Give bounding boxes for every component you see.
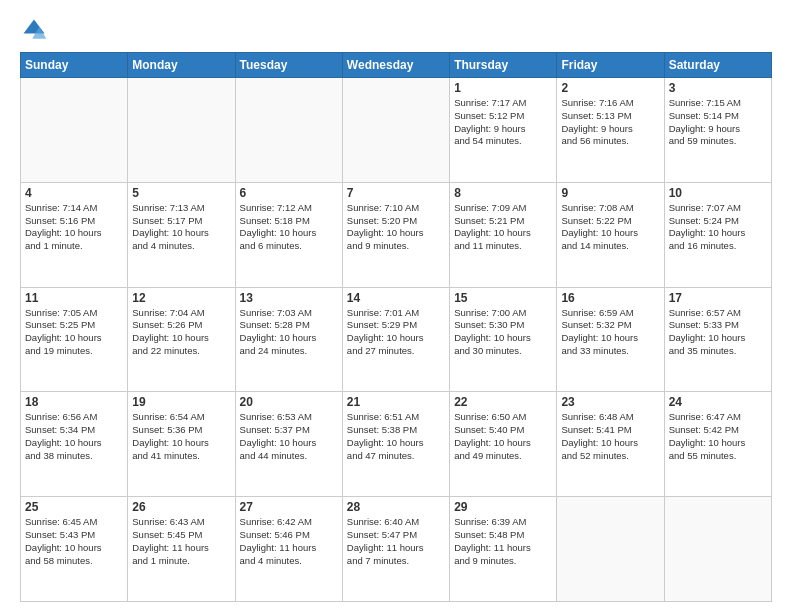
header: [20, 16, 772, 44]
weekday-header-monday: Monday: [128, 53, 235, 78]
calendar-cell: 11Sunrise: 7:05 AM Sunset: 5:25 PM Dayli…: [21, 287, 128, 392]
day-number: 4: [25, 186, 123, 200]
calendar-cell: 24Sunrise: 6:47 AM Sunset: 5:42 PM Dayli…: [664, 392, 771, 497]
weekday-header-row: SundayMondayTuesdayWednesdayThursdayFrid…: [21, 53, 772, 78]
weekday-header-friday: Friday: [557, 53, 664, 78]
calendar-cell: 17Sunrise: 6:57 AM Sunset: 5:33 PM Dayli…: [664, 287, 771, 392]
page: SundayMondayTuesdayWednesdayThursdayFrid…: [0, 0, 792, 612]
calendar-cell: [235, 78, 342, 183]
day-number: 29: [454, 500, 552, 514]
day-info: Sunrise: 6:40 AM Sunset: 5:47 PM Dayligh…: [347, 516, 445, 567]
calendar-cell: 9Sunrise: 7:08 AM Sunset: 5:22 PM Daylig…: [557, 182, 664, 287]
calendar-cell: 16Sunrise: 6:59 AM Sunset: 5:32 PM Dayli…: [557, 287, 664, 392]
calendar-cell: 3Sunrise: 7:15 AM Sunset: 5:14 PM Daylig…: [664, 78, 771, 183]
weekday-header-wednesday: Wednesday: [342, 53, 449, 78]
day-number: 17: [669, 291, 767, 305]
calendar-cell: 12Sunrise: 7:04 AM Sunset: 5:26 PM Dayli…: [128, 287, 235, 392]
day-number: 6: [240, 186, 338, 200]
day-info: Sunrise: 6:54 AM Sunset: 5:36 PM Dayligh…: [132, 411, 230, 462]
day-info: Sunrise: 6:39 AM Sunset: 5:48 PM Dayligh…: [454, 516, 552, 567]
day-info: Sunrise: 6:50 AM Sunset: 5:40 PM Dayligh…: [454, 411, 552, 462]
day-info: Sunrise: 7:14 AM Sunset: 5:16 PM Dayligh…: [25, 202, 123, 253]
day-number: 12: [132, 291, 230, 305]
calendar-cell: 20Sunrise: 6:53 AM Sunset: 5:37 PM Dayli…: [235, 392, 342, 497]
calendar-table: SundayMondayTuesdayWednesdayThursdayFrid…: [20, 52, 772, 602]
day-info: Sunrise: 6:56 AM Sunset: 5:34 PM Dayligh…: [25, 411, 123, 462]
day-number: 21: [347, 395, 445, 409]
day-info: Sunrise: 7:07 AM Sunset: 5:24 PM Dayligh…: [669, 202, 767, 253]
day-info: Sunrise: 7:04 AM Sunset: 5:26 PM Dayligh…: [132, 307, 230, 358]
day-number: 7: [347, 186, 445, 200]
day-info: Sunrise: 6:45 AM Sunset: 5:43 PM Dayligh…: [25, 516, 123, 567]
day-number: 24: [669, 395, 767, 409]
day-number: 15: [454, 291, 552, 305]
day-number: 23: [561, 395, 659, 409]
calendar-cell: 7Sunrise: 7:10 AM Sunset: 5:20 PM Daylig…: [342, 182, 449, 287]
day-number: 16: [561, 291, 659, 305]
day-number: 28: [347, 500, 445, 514]
day-info: Sunrise: 7:01 AM Sunset: 5:29 PM Dayligh…: [347, 307, 445, 358]
day-info: Sunrise: 7:08 AM Sunset: 5:22 PM Dayligh…: [561, 202, 659, 253]
day-number: 10: [669, 186, 767, 200]
week-row-1: 4Sunrise: 7:14 AM Sunset: 5:16 PM Daylig…: [21, 182, 772, 287]
weekday-header-thursday: Thursday: [450, 53, 557, 78]
calendar-cell: 4Sunrise: 7:14 AM Sunset: 5:16 PM Daylig…: [21, 182, 128, 287]
day-info: Sunrise: 7:05 AM Sunset: 5:25 PM Dayligh…: [25, 307, 123, 358]
week-row-3: 18Sunrise: 6:56 AM Sunset: 5:34 PM Dayli…: [21, 392, 772, 497]
calendar-cell: 25Sunrise: 6:45 AM Sunset: 5:43 PM Dayli…: [21, 497, 128, 602]
calendar-cell: 14Sunrise: 7:01 AM Sunset: 5:29 PM Dayli…: [342, 287, 449, 392]
day-number: 11: [25, 291, 123, 305]
day-info: Sunrise: 7:16 AM Sunset: 5:13 PM Dayligh…: [561, 97, 659, 148]
day-info: Sunrise: 7:10 AM Sunset: 5:20 PM Dayligh…: [347, 202, 445, 253]
day-number: 22: [454, 395, 552, 409]
calendar-cell: 19Sunrise: 6:54 AM Sunset: 5:36 PM Dayli…: [128, 392, 235, 497]
day-number: 27: [240, 500, 338, 514]
day-info: Sunrise: 6:59 AM Sunset: 5:32 PM Dayligh…: [561, 307, 659, 358]
logo: [20, 16, 52, 44]
day-info: Sunrise: 6:51 AM Sunset: 5:38 PM Dayligh…: [347, 411, 445, 462]
calendar-cell: 8Sunrise: 7:09 AM Sunset: 5:21 PM Daylig…: [450, 182, 557, 287]
calendar-cell: [557, 497, 664, 602]
day-info: Sunrise: 7:09 AM Sunset: 5:21 PM Dayligh…: [454, 202, 552, 253]
calendar-cell: 15Sunrise: 7:00 AM Sunset: 5:30 PM Dayli…: [450, 287, 557, 392]
day-number: 26: [132, 500, 230, 514]
day-number: 9: [561, 186, 659, 200]
day-number: 19: [132, 395, 230, 409]
calendar-cell: 28Sunrise: 6:40 AM Sunset: 5:47 PM Dayli…: [342, 497, 449, 602]
day-number: 3: [669, 81, 767, 95]
calendar-cell: 21Sunrise: 6:51 AM Sunset: 5:38 PM Dayli…: [342, 392, 449, 497]
weekday-header-sunday: Sunday: [21, 53, 128, 78]
day-number: 18: [25, 395, 123, 409]
calendar-cell: 1Sunrise: 7:17 AM Sunset: 5:12 PM Daylig…: [450, 78, 557, 183]
day-info: Sunrise: 7:15 AM Sunset: 5:14 PM Dayligh…: [669, 97, 767, 148]
day-number: 13: [240, 291, 338, 305]
day-info: Sunrise: 6:42 AM Sunset: 5:46 PM Dayligh…: [240, 516, 338, 567]
calendar-cell: [128, 78, 235, 183]
day-number: 20: [240, 395, 338, 409]
day-number: 8: [454, 186, 552, 200]
day-info: Sunrise: 6:43 AM Sunset: 5:45 PM Dayligh…: [132, 516, 230, 567]
weekday-header-saturday: Saturday: [664, 53, 771, 78]
weekday-header-tuesday: Tuesday: [235, 53, 342, 78]
calendar-cell: 26Sunrise: 6:43 AM Sunset: 5:45 PM Dayli…: [128, 497, 235, 602]
calendar-cell: 29Sunrise: 6:39 AM Sunset: 5:48 PM Dayli…: [450, 497, 557, 602]
week-row-0: 1Sunrise: 7:17 AM Sunset: 5:12 PM Daylig…: [21, 78, 772, 183]
calendar-cell: 2Sunrise: 7:16 AM Sunset: 5:13 PM Daylig…: [557, 78, 664, 183]
day-info: Sunrise: 7:03 AM Sunset: 5:28 PM Dayligh…: [240, 307, 338, 358]
day-info: Sunrise: 6:47 AM Sunset: 5:42 PM Dayligh…: [669, 411, 767, 462]
day-info: Sunrise: 7:12 AM Sunset: 5:18 PM Dayligh…: [240, 202, 338, 253]
day-info: Sunrise: 7:13 AM Sunset: 5:17 PM Dayligh…: [132, 202, 230, 253]
calendar-cell: 10Sunrise: 7:07 AM Sunset: 5:24 PM Dayli…: [664, 182, 771, 287]
day-number: 2: [561, 81, 659, 95]
calendar-cell: 18Sunrise: 6:56 AM Sunset: 5:34 PM Dayli…: [21, 392, 128, 497]
calendar-cell: [664, 497, 771, 602]
calendar-cell: 6Sunrise: 7:12 AM Sunset: 5:18 PM Daylig…: [235, 182, 342, 287]
day-info: Sunrise: 6:57 AM Sunset: 5:33 PM Dayligh…: [669, 307, 767, 358]
day-info: Sunrise: 6:48 AM Sunset: 5:41 PM Dayligh…: [561, 411, 659, 462]
calendar-cell: [342, 78, 449, 183]
day-number: 25: [25, 500, 123, 514]
day-number: 14: [347, 291, 445, 305]
week-row-4: 25Sunrise: 6:45 AM Sunset: 5:43 PM Dayli…: [21, 497, 772, 602]
calendar-cell: 13Sunrise: 7:03 AM Sunset: 5:28 PM Dayli…: [235, 287, 342, 392]
day-info: Sunrise: 7:00 AM Sunset: 5:30 PM Dayligh…: [454, 307, 552, 358]
